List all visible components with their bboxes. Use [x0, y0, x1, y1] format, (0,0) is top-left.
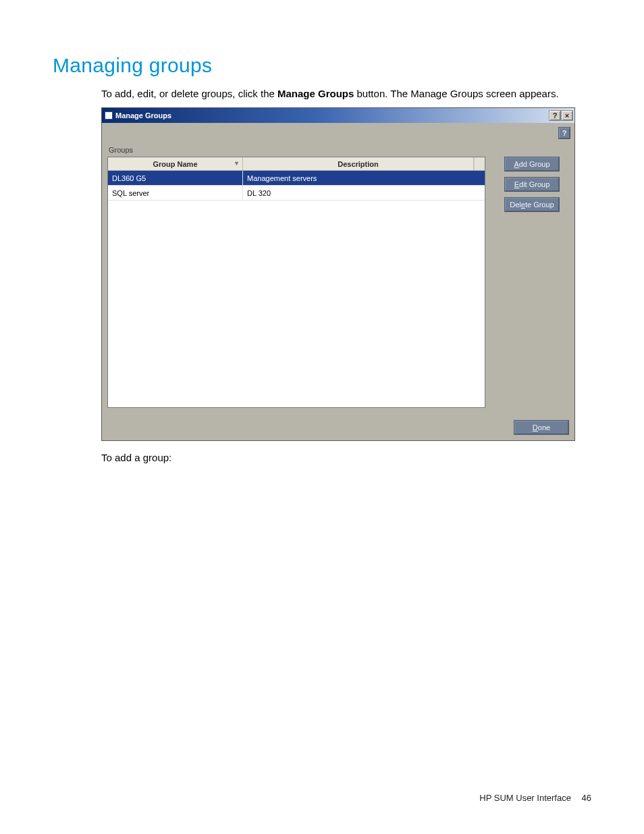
intro-bold: Manage Groups — [277, 88, 354, 99]
side-button-group: Add Group Edit Group Delete Group — [504, 157, 560, 212]
intro-paragraph: To add, edit, or delete groups, click th… — [101, 86, 591, 101]
intro-text-after: button. The Manage Groups screen appears… — [357, 88, 559, 99]
mnemonic: A — [514, 160, 518, 168]
add-group-button[interactable]: Add Group — [504, 157, 560, 172]
mnemonic: E — [514, 180, 519, 188]
table-row[interactable]: DL360 G5 Management servers — [108, 171, 485, 186]
delete-group-button[interactable]: Delete Group — [504, 197, 560, 212]
after-paragraph: To add a group: — [101, 452, 591, 463]
inline-help-button[interactable]: ? — [558, 127, 570, 139]
groups-table: Group Name ▾ Description DL360 G5 M — [107, 157, 485, 408]
scrollbar-gutter — [474, 157, 485, 170]
button-label-rest: te Group — [525, 201, 554, 209]
footer-label: HP SUM User Interface — [479, 793, 571, 803]
cell-description: DL 320 — [243, 186, 485, 200]
column-header-description[interactable]: Description — [243, 157, 474, 170]
page-heading: Managing groups — [53, 54, 591, 77]
button-label-rest: dd Group — [519, 160, 550, 168]
app-icon — [105, 111, 113, 120]
table-header: Group Name ▾ Description — [108, 157, 485, 171]
mnemonic: D — [533, 423, 538, 432]
intro-text-before: To add, edit, or delete groups, click th… — [101, 88, 277, 99]
button-label-rest: dit Group — [519, 180, 549, 188]
table-body: DL360 G5 Management servers SQL server D… — [108, 171, 485, 407]
manage-groups-dialog: Manage Groups ? × ? Groups Group Name — [101, 107, 575, 441]
edit-group-button[interactable]: Edit Group — [504, 177, 560, 192]
column-header-group-name-label: Group Name — [153, 160, 197, 168]
groups-label: Groups — [109, 146, 569, 154]
button-label-prefix: Del — [510, 201, 521, 209]
cell-group-name: SQL server — [108, 186, 243, 200]
cell-description: Management servers — [243, 171, 485, 185]
column-header-description-label: Description — [338, 160, 379, 168]
dialog-top-area: ? — [102, 123, 574, 146]
page-footer: HP SUM User Interface 46 — [479, 793, 591, 803]
window-title: Manage Groups — [115, 111, 171, 120]
close-button[interactable]: × — [561, 110, 573, 121]
sort-indicator-icon: ▾ — [235, 159, 238, 167]
column-header-group-name[interactable]: Group Name ▾ — [108, 157, 243, 170]
done-button[interactable]: Done — [514, 420, 569, 435]
button-label-rest: one — [538, 423, 550, 432]
cell-group-name: DL360 G5 — [108, 171, 243, 185]
page-number: 46 — [582, 793, 591, 803]
help-button[interactable]: ? — [549, 110, 561, 121]
dialog-footer: Done — [102, 413, 574, 440]
table-row[interactable]: SQL server DL 320 — [108, 186, 485, 201]
titlebar: Manage Groups ? × — [102, 108, 574, 123]
